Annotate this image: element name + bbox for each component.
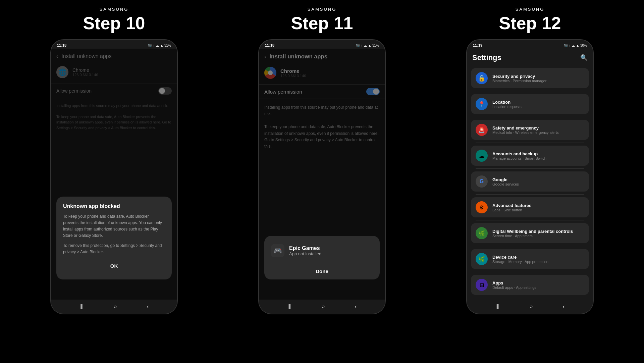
step11-column: SAMSUNG Step 11 11:18 📷 ↑ ☁ ▲ 31% ‹ Inst… [221,7,423,314]
settings-security-sub: Biometrics · Permission manager [492,79,546,83]
settings-wellbeing-title: Digital Wellbeing and parental controls [492,229,573,234]
step10-dialog-box: Unknown app blocked To keep your phone a… [56,197,172,279]
step12-search-icon[interactable]: 🔍 [580,54,588,61]
settings-item-safety[interactable]: 🚨 Safety and emergency Medical info · Wi… [471,120,589,140]
step10-status-icons: 📷 ↑ ☁ ▲ 31% [148,44,171,47]
step10-content: ‹ Install unknown apps 🌐 Chrome 126.0.66… [51,49,177,300]
step10-status-bar: 11:18 📷 ↑ ☁ ▲ 31% [51,40,177,49]
step11-epic-subtitle: App not installed. [289,251,323,256]
step10-phone: 11:18 📷 ↑ ☁ ▲ 31% ‹ Install unknown apps… [50,39,178,314]
step11-epic-text: Epic Games App not installed. [289,245,323,256]
settings-location-icon: 📍 [476,98,488,110]
settings-google-icon: G [476,175,488,188]
step12-samsung-logo: SAMSUNG [516,7,545,12]
settings-apps-icon: ⊞ [476,279,488,291]
settings-advanced-icon: ⚙ [476,201,488,213]
step12-nav-recent[interactable]: ||| [495,304,499,310]
settings-security-title: Security and privacy [492,74,546,79]
step11-status-bar: 11:18 📷 ↑ ☁ ▲ 31% [259,40,385,49]
step11-nav-home[interactable]: ○ [322,304,325,310]
step10-dialog-overlay: Unknown app blocked To keep your phone a… [51,49,177,300]
settings-apps-title: Apps [492,280,536,286]
step11-nav-back[interactable]: ‹ [355,304,357,310]
settings-location-sub: Location requests [492,105,522,109]
step12-column: SAMSUNG Step 12 11:19 📷 ↑ ☁ ▲ 30% Settin… [429,7,631,314]
step12-phone: 11:19 📷 ↑ ☁ ▲ 30% Settings 🔍 🔒 [466,39,594,314]
settings-item-location[interactable]: 📍 Location Location requests [471,94,589,114]
settings-item-advanced[interactable]: ⚙ Advanced features Labs · Side button [471,197,589,217]
settings-accounts-title: Accounts and backup [492,151,546,156]
settings-apps-sub: Default apps · App settings [492,286,536,290]
step12-time: 11:19 [473,43,482,47]
settings-wellbeing-sub: Screen time · App timers [492,234,573,238]
settings-accounts-icon: ☁ [476,150,488,162]
step11-title: Step 11 [291,13,353,33]
divider-4 [476,168,584,169]
settings-devicecare-title: Device care [492,255,548,260]
settings-advanced-title: Advanced features [492,203,531,208]
divider-7 [476,246,584,246]
settings-item-accounts[interactable]: ☁ Accounts and backup Manage accounts · … [471,146,589,166]
step10-title: Step 10 [83,13,145,33]
settings-devicecare-sub: Storage · Memory · App protection [492,260,548,264]
step10-time: 11:18 [57,43,66,47]
settings-item-wellbeing[interactable]: 🌿 Digital Wellbeing and parental control… [471,223,589,243]
step10-ok-button[interactable]: OK [63,259,165,273]
step10-nav-home[interactable]: ○ [114,304,117,310]
settings-location-text: Location Location requests [492,100,522,109]
step11-time: 11:18 [265,43,274,47]
divider-8 [476,272,584,272]
settings-devicecare-text: Device care Storage · Memory · App prote… [492,255,548,264]
step10-nav-recent[interactable]: ||| [79,304,84,310]
divider-3 [476,143,584,143]
settings-google-sub: Google services [492,182,519,186]
settings-location-title: Location [492,100,522,105]
divider-1 [476,91,584,91]
step11-epic-title: Epic Games [289,245,323,251]
step11-done-button[interactable]: Done [271,263,373,279]
settings-advanced-text: Advanced features Labs · Side button [492,203,531,212]
step12-nav-bar: ||| ○ ‹ [467,300,593,314]
settings-item-security[interactable]: 🔒 Security and privacy Biometrics · Perm… [471,68,589,88]
step10-column: SAMSUNG Step 10 11:18 📷 ↑ ☁ ▲ 31% ‹ Inst… [13,7,215,314]
step11-epic-icon-row: 🎮 Epic Games App not installed. [271,244,373,257]
step12-title: Step 12 [499,13,561,33]
settings-wellbeing-icon: 🌿 [476,227,488,239]
settings-safety-icon: 🚨 [476,124,488,136]
step12-content: Settings 🔍 🔒 Security and privacy Biomet… [467,49,593,300]
step12-settings-list: 🔒 Security and privacy Biometrics · Perm… [467,65,593,298]
step12-nav-home[interactable]: ○ [530,304,533,310]
step11-content: ‹ Install unknown apps Chrome 126.0.6613… [259,49,385,300]
step11-status-icons: 📷 ↑ ☁ ▲ 31% [356,44,379,47]
step12-status-bar: 11:19 📷 ↑ ☁ ▲ 30% [467,40,593,49]
step10-dialog-text1: To keep your phone and data safe, Auto B… [63,213,165,239]
settings-apps-text: Apps Default apps · App settings [492,280,536,290]
settings-accounts-sub: Manage accounts · Smart Switch [492,156,546,160]
divider-6 [476,220,584,220]
step12-nav-back[interactable]: ‹ [563,304,565,310]
step10-dialog-title: Unknown app blocked [63,203,165,209]
settings-safety-title: Safety and emergency [492,125,558,131]
step11-phone: 11:18 📷 ↑ ☁ ▲ 31% ‹ Install unknown apps [258,39,386,314]
step12-settings-title: Settings [472,53,501,62]
divider-2 [476,117,584,117]
settings-item-devicecare[interactable]: 🌿 Device care Storage · Memory · App pro… [471,249,589,269]
settings-item-google[interactable]: G Google Google services [471,171,589,192]
settings-accounts-text: Accounts and backup Manage accounts · Sm… [492,151,546,160]
step11-dialog-overlay: 🎮 Epic Games App not installed. Done [259,49,385,300]
settings-security-icon: 🔒 [476,72,488,84]
step11-nav-recent[interactable]: ||| [287,304,291,310]
step10-nav-back[interactable]: ‹ [147,304,149,310]
step10-dialog-text2: To remove this protection, go to Setting… [63,243,165,255]
settings-google-text: Google Google services [492,177,519,186]
settings-safety-text: Safety and emergency Medical info · Wire… [492,125,558,135]
step10-nav-bar: ||| ○ ‹ [51,300,177,314]
settings-security-text: Security and privacy Biometrics · Permis… [492,74,546,83]
settings-safety-sub: Medical info · Wireless emergency alerts [492,131,558,135]
step11-epic-dialog: 🎮 Epic Games App not installed. Done [264,236,380,279]
settings-wellbeing-text: Digital Wellbeing and parental controls … [492,229,573,238]
step11-nav-bar: ||| ○ ‹ [259,300,385,314]
step10-samsung-logo: SAMSUNG [100,7,129,12]
settings-item-apps[interactable]: ⊞ Apps Default apps · App settings [471,275,589,295]
settings-advanced-sub: Labs · Side button [492,208,531,212]
